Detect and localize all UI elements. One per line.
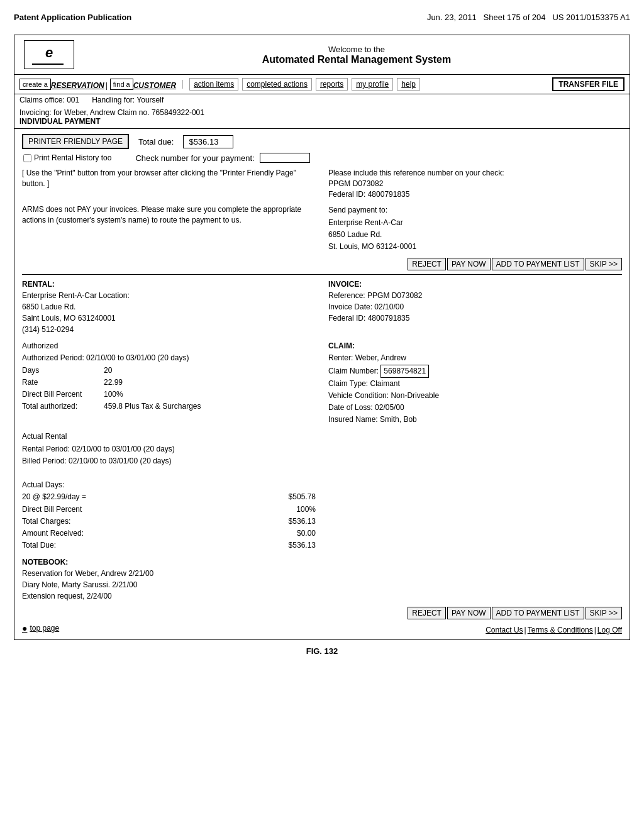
pay-now-btn-2[interactable]: PAY NOW: [447, 607, 491, 619]
rate-value: 22.99: [104, 377, 123, 389]
claim-type: Claim Type: Claimant: [328, 378, 622, 390]
find-a-label: find a: [110, 79, 133, 90]
total-auth-value: 459.8 Plus Tax & Surcharges: [104, 401, 201, 412]
send-payment-line3: St. Louis, MO 63124-0001: [328, 241, 622, 253]
completed-actions-tab[interactable]: completed actions: [242, 78, 312, 91]
instructions-text: [ Use the "Print" button from your brows…: [22, 168, 316, 189]
patent-sheet: Sheet 175 of 204: [484, 13, 546, 22]
invoice-title: INVOICE:: [328, 279, 622, 290]
claim-renter: Renter: Weber, Andrew: [328, 352, 622, 364]
invoicing-label: Invoicing: for Weber, Andrew Claim no. 7…: [19, 108, 625, 117]
date-of-loss: Date of Loss: 02/05/00: [328, 402, 622, 414]
footer-links: Contact Us | Terms & Conditions | Log Of…: [486, 626, 622, 634]
actual-amount-received-label: Amount Received:: [22, 528, 84, 540]
patent-left: Patent Application Publication: [14, 13, 131, 22]
total-due-label: Total due:: [138, 137, 174, 147]
reference2: Federal ID: 4800791835: [328, 189, 622, 200]
invoice-date: Invoice Date: 02/10/00: [328, 301, 622, 313]
actual-total-due-label: Total Due:: [22, 540, 56, 551]
print-history-label: Print Rental History too: [34, 153, 111, 162]
my-profile-tab[interactable]: my profile: [352, 78, 393, 91]
actual-days-label: Actual Days:: [22, 479, 316, 491]
reservation-link[interactable]: RESERVATION: [51, 81, 104, 90]
rental-location: Enterprise Rent-A-Car Location:: [22, 290, 316, 301]
days-label: Days: [22, 365, 97, 377]
rental-address2: Saint Louis, MO 631240001: [22, 313, 316, 324]
customer-link[interactable]: CUSTOMER: [133, 81, 176, 90]
pay-now-btn[interactable]: PAY NOW: [447, 258, 491, 270]
notebook-title: NOTEBOOK:: [22, 556, 622, 568]
reference-label: Please include this reference number on …: [328, 168, 622, 179]
patent-number: US 2011/0153375 A1: [552, 13, 630, 22]
rate-label: Rate: [22, 377, 97, 389]
action-items-tab[interactable]: action items: [189, 78, 238, 91]
handling-for: Handling for: Yourself: [92, 96, 164, 104]
top-page-label: top page: [30, 624, 59, 633]
actual-amount-received-value: $0.00: [272, 528, 316, 540]
contact-us-link[interactable]: Contact Us: [486, 626, 523, 634]
actual-direct-bill-value: 100%: [272, 504, 316, 516]
send-payment-line1: Enterprise Rent-A-Car: [328, 217, 622, 229]
send-payment-line2: 6850 Ladue Rd.: [328, 229, 622, 241]
check-number-input[interactable]: [260, 153, 310, 163]
direct-bill-label: Direct Bill Percent: [22, 389, 97, 401]
invoice-federal-id: Federal ID: 4800791835: [328, 313, 622, 324]
add-to-list-btn[interactable]: ADD TO PAYMENT LIST: [492, 258, 584, 270]
rental-phone: (314) 512-0294: [22, 324, 316, 335]
total-auth-label: Total authorized:: [22, 401, 97, 412]
notebook-line1: Reservation for Weber, Andrew 2/21/00: [22, 568, 622, 579]
actual-total-due-value: $536.13: [272, 540, 316, 551]
invoicing-type: INDIVIDUAL PAYMENT: [19, 117, 625, 126]
claims-office: Claims office: 001: [19, 96, 79, 104]
print-history-check[interactable]: [23, 154, 31, 162]
help-tab[interactable]: help: [397, 78, 420, 91]
authorized-period: Authorized Period: 02/10/00 to 03/01/00 …: [22, 352, 316, 364]
actual-calc-value: $505.78: [272, 491, 316, 503]
notebook-line2: Diary Note, Marty Sarussi. 2/21/00: [22, 579, 622, 590]
actual-total-charges-value: $536.13: [272, 516, 316, 528]
claim-number: Claim Number: 5698754821: [328, 365, 622, 378]
bullet-icon: ●: [22, 623, 27, 633]
skip-btn-2[interactable]: SKIP >>: [586, 607, 622, 619]
create-a-label: create a: [19, 79, 51, 90]
actual-billed-period: Billed Period: 02/10/00 to 03/01/00 (20 …: [22, 455, 316, 467]
actual-rental-period: Rental Period: 02/10/00 to 03/01/00 (20 …: [22, 443, 316, 455]
logo-letter: e: [45, 45, 53, 60]
transfer-file-btn[interactable]: TRANSFER FILE: [552, 77, 625, 91]
actual-total-charges-label: Total Charges:: [22, 516, 70, 528]
rental-title: RENTAL:: [22, 279, 316, 290]
direct-bill-value: 100%: [104, 389, 123, 401]
reference1: PPGM D073082: [328, 179, 622, 189]
patent-date: Jun. 23, 2011: [427, 13, 477, 22]
actual-calc: 20 @ $22.99/day =: [22, 491, 86, 503]
claim-title: CLAIM:: [328, 340, 622, 352]
reject-btn[interactable]: REJECT: [408, 258, 446, 270]
authorized-title: Authorized: [22, 340, 316, 352]
printer-friendly-btn[interactable]: PRINTER FRIENDLY PAGE: [22, 134, 129, 149]
actual-rental-title: Actual Rental: [22, 431, 316, 443]
vehicle-condition: Vehicle Condition: Non-Driveable: [328, 390, 622, 402]
reports-tab[interactable]: reports: [316, 78, 348, 91]
total-due-value: $536.13: [183, 135, 233, 148]
terms-link[interactable]: Terms & Conditions: [528, 626, 593, 634]
welcome-area: Welcome to the Automated Rental Manageme…: [93, 45, 620, 65]
invoice-reference: Reference: PPGM D073082: [328, 290, 622, 301]
insured-name: Insured Name: Smith, Bob: [328, 414, 622, 426]
skip-btn[interactable]: SKIP >>: [586, 258, 622, 270]
add-to-list-btn-2[interactable]: ADD TO PAYMENT LIST: [492, 607, 584, 619]
create-find-nav: create a RESERVATION | find a CUSTOMER: [19, 79, 176, 90]
fig-caption: FIG. 132: [14, 646, 630, 656]
top-page-link[interactable]: ● top page: [22, 623, 59, 633]
log-off-link[interactable]: Log Off: [597, 626, 622, 634]
logo: e: [24, 40, 74, 69]
print-history-checkbox[interactable]: Print Rental History too: [23, 153, 111, 162]
patent-info: Jun. 23, 2011 Sheet 175 of 204 US 2011/0…: [427, 13, 630, 22]
reject-btn-2[interactable]: REJECT: [408, 607, 446, 619]
actual-direct-bill-label: Direct Bill Percent: [22, 504, 82, 516]
notebook-line3: Extension request, 2/24/00: [22, 590, 622, 602]
claim-number-box: 5698754821: [380, 365, 429, 378]
welcome-line2: Automated Rental Management System: [93, 54, 620, 65]
welcome-line1: Welcome to the: [93, 45, 620, 54]
rental-address1: 6850 Ladue Rd.: [22, 301, 316, 313]
days-value: 20: [104, 365, 112, 377]
